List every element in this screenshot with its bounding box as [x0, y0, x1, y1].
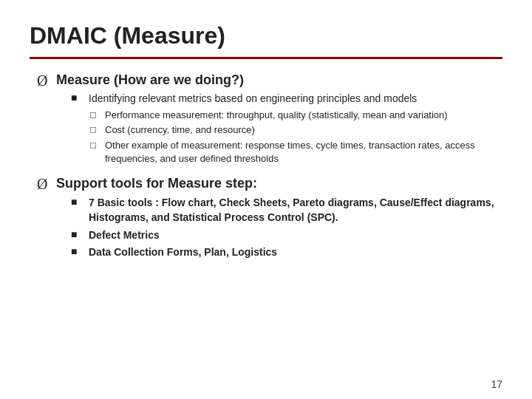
- section2-item3-marker: ■: [71, 246, 84, 258]
- section1-item1-marker: ■: [71, 92, 84, 104]
- section2-item3: ■ Data Collection Forms, Plan, Logistics: [71, 245, 502, 260]
- title-divider: [30, 57, 502, 59]
- slide-title: DMAIC (Measure): [30, 22, 502, 50]
- section2-item2-text: Defect Metrics: [89, 228, 160, 243]
- slide: DMAIC (Measure) Ø Measure (How are we do…: [0, 0, 532, 399]
- slide-content: Ø Measure (How are we doing?) ■ Identify…: [30, 71, 502, 262]
- section2-item1-marker: ■: [71, 197, 84, 208]
- section2-header: Ø Support tools for Measure step: ■ 7 Ba…: [37, 174, 502, 262]
- section1-header: Ø Measure (How are we doing?) ■ Identify…: [37, 71, 502, 167]
- section1-title: Measure (How are we doing?): [56, 71, 502, 89]
- section1-subitems: □ Performance measurement: throughput, q…: [90, 109, 502, 165]
- section1-subitem3: □ Other example of measurement: response…: [90, 139, 502, 165]
- section2-item2: ■ Defect Metrics: [71, 228, 502, 243]
- section1-item1: ■ Identifying relevant metrics based on …: [71, 92, 502, 106]
- section2-item1: ■ 7 Basic tools : Flow chart, Check Shee…: [71, 196, 502, 225]
- subitem1-text: Performance measurement: throughput, qua…: [105, 109, 448, 122]
- section2-item3-text: Data Collection Forms, Plan, Logistics: [89, 245, 277, 260]
- section1-subitem2: □ Cost (currency, time, and resource): [90, 123, 502, 137]
- subitem3-text: Other example of measurement: response t…: [105, 139, 502, 165]
- subitem2-text: Cost (currency, time, and resource): [105, 123, 255, 137]
- section2-item1-text: 7 Basic tools : Flow chart, Check Sheets…: [89, 196, 502, 225]
- subitem1-marker: □: [90, 109, 100, 121]
- section2-item2-marker: ■: [71, 229, 84, 241]
- section2-marker: Ø: [37, 176, 49, 193]
- subitem2-marker: □: [90, 124, 100, 136]
- section2-title: Support tools for Measure step:: [56, 174, 502, 192]
- section1-subitem1: □ Performance measurement: throughput, q…: [90, 109, 502, 122]
- section1-item1-text: Identifying relevant metrics based on en…: [89, 92, 417, 106]
- section1-marker: Ø: [37, 72, 49, 89]
- page-number: 17: [491, 378, 502, 390]
- subitem3-marker: □: [90, 140, 100, 151]
